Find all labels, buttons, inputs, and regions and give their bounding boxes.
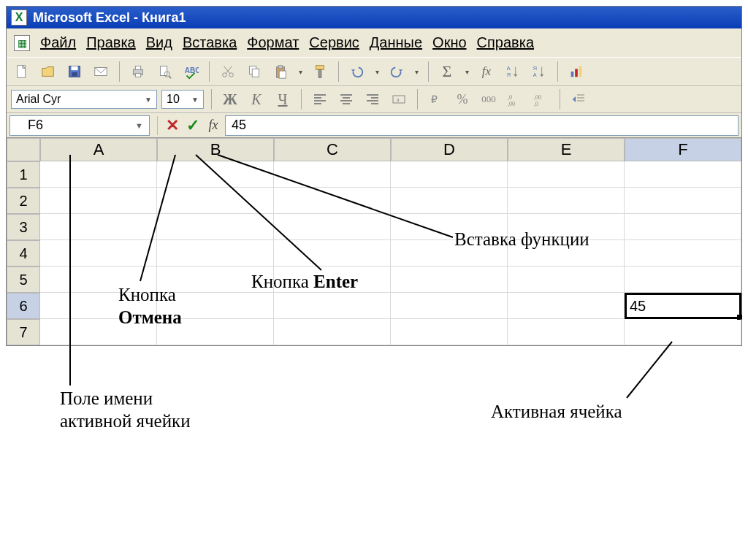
cell[interactable] <box>391 293 508 319</box>
align-right-icon[interactable] <box>362 89 383 110</box>
align-center-icon[interactable] <box>335 89 357 110</box>
paste-icon[interactable] <box>270 61 291 83</box>
font-size-select[interactable]: 10 ▼ <box>161 90 204 109</box>
select-all-corner[interactable] <box>7 138 40 161</box>
thousands-icon[interactable]: 000 <box>478 89 500 110</box>
cut-icon[interactable] <box>217 61 239 83</box>
menu-insert[interactable]: Вставка <box>183 34 237 51</box>
cell[interactable] <box>274 161 391 188</box>
cell[interactable] <box>625 188 741 214</box>
row-header-3[interactable]: 3 <box>7 214 40 240</box>
menu-tools[interactable]: Сервис <box>309 34 359 51</box>
cell[interactable] <box>274 240 391 266</box>
autosum-dropdown[interactable]: ▾ <box>462 61 471 83</box>
open-icon[interactable] <box>37 61 59 83</box>
cell[interactable] <box>40 240 157 266</box>
merge-cells-icon[interactable]: a <box>388 89 410 110</box>
cell[interactable] <box>40 214 157 240</box>
svg-rect-3 <box>72 72 77 77</box>
enter-button[interactable]: ✓ <box>183 115 203 136</box>
menu-file[interactable]: Файл <box>40 34 76 51</box>
menu-view[interactable]: Вид <box>146 34 172 51</box>
cell[interactable] <box>391 161 508 188</box>
column-header-b[interactable]: B <box>157 138 274 161</box>
cell[interactable] <box>157 161 274 188</box>
currency-icon[interactable]: ₽ <box>425 89 447 110</box>
active-cell[interactable]: 45 <box>625 293 741 319</box>
cell[interactable] <box>274 293 391 319</box>
decrease-indent-icon[interactable] <box>568 89 589 110</box>
column-header-d[interactable]: D <box>391 138 508 161</box>
row-header-6[interactable]: 6 <box>7 293 40 319</box>
column-header-c[interactable]: C <box>274 138 391 161</box>
undo-dropdown[interactable]: ▾ <box>373 61 381 83</box>
bold-button[interactable]: Ж <box>219 89 241 110</box>
cell[interactable] <box>508 266 625 293</box>
svg-text:Я: Я <box>533 65 537 72</box>
underline-button[interactable]: Ч <box>272 89 294 110</box>
cell[interactable] <box>508 319 625 345</box>
sort-asc-icon[interactable]: АЯ <box>502 61 524 83</box>
sort-desc-icon[interactable]: ЯА <box>528 61 550 83</box>
row-header-4[interactable]: 4 <box>7 240 40 266</box>
italic-button[interactable]: К <box>245 89 267 110</box>
cell[interactable] <box>391 266 508 293</box>
cell[interactable] <box>391 188 508 214</box>
decrease-decimal-icon[interactable]: ,00,0 <box>530 89 552 110</box>
cell[interactable] <box>274 188 391 214</box>
menu-window[interactable]: Окно <box>432 34 466 51</box>
paste-dropdown[interactable]: ▾ <box>296 61 305 83</box>
name-box[interactable]: F6 ▼ <box>9 115 150 136</box>
save-icon[interactable] <box>64 61 85 83</box>
menu-edit[interactable]: Правка <box>86 34 136 51</box>
autosum-icon[interactable]: Σ <box>436 61 458 83</box>
cell[interactable] <box>274 214 391 240</box>
cell[interactable] <box>391 319 508 345</box>
cell[interactable] <box>625 240 741 266</box>
font-name-value: Arial Cyr <box>16 93 61 106</box>
font-name-select[interactable]: Arial Cyr ▼ <box>11 90 157 109</box>
cell[interactable] <box>625 161 741 188</box>
column-header-a[interactable]: A <box>40 138 157 161</box>
cell[interactable] <box>508 188 625 214</box>
row-header-5[interactable]: 5 <box>7 266 40 293</box>
cell[interactable] <box>157 240 274 266</box>
cell[interactable] <box>274 319 391 345</box>
cell[interactable] <box>625 266 741 293</box>
row-header-1[interactable]: 1 <box>7 161 40 188</box>
document-icon[interactable]: ▦ <box>14 35 30 51</box>
cell[interactable] <box>508 161 625 188</box>
format-painter-icon[interactable] <box>309 61 331 83</box>
menu-data[interactable]: Данные <box>370 34 422 51</box>
row-header-2[interactable]: 2 <box>7 188 40 214</box>
insert-function-button[interactable]: fx <box>203 115 224 136</box>
cell[interactable] <box>157 214 274 240</box>
percent-icon[interactable]: % <box>451 89 473 110</box>
column-header-f[interactable]: F <box>625 138 741 161</box>
redo-icon[interactable] <box>386 61 408 83</box>
formula-input[interactable]: 45 <box>225 115 739 136</box>
menu-format[interactable]: Формат <box>247 34 299 51</box>
cell[interactable] <box>625 319 741 345</box>
chart-icon[interactable] <box>565 61 587 83</box>
copy-icon[interactable] <box>243 61 265 83</box>
align-left-icon[interactable] <box>309 89 331 110</box>
cell[interactable] <box>625 214 741 240</box>
cell[interactable] <box>157 188 274 214</box>
undo-icon[interactable] <box>346 61 368 83</box>
print-icon[interactable] <box>127 61 149 83</box>
column-header-e[interactable]: E <box>508 138 625 161</box>
fx-toolbar-icon[interactable]: fx <box>476 61 497 83</box>
email-icon[interactable] <box>90 61 112 83</box>
increase-decimal-icon[interactable]: ,0,00 <box>504 89 526 110</box>
cell[interactable] <box>40 188 157 214</box>
redo-dropdown[interactable]: ▾ <box>412 61 421 83</box>
cell[interactable] <box>508 293 625 319</box>
cancel-button[interactable]: ✕ <box>162 115 183 136</box>
new-doc-icon[interactable] <box>11 61 33 83</box>
print-preview-icon[interactable] <box>153 61 175 83</box>
cell[interactable] <box>40 161 157 188</box>
spellcheck-icon[interactable]: ABC <box>180 61 202 83</box>
menu-help[interactable]: Справка <box>477 34 534 51</box>
row-header-7[interactable]: 7 <box>7 319 40 345</box>
